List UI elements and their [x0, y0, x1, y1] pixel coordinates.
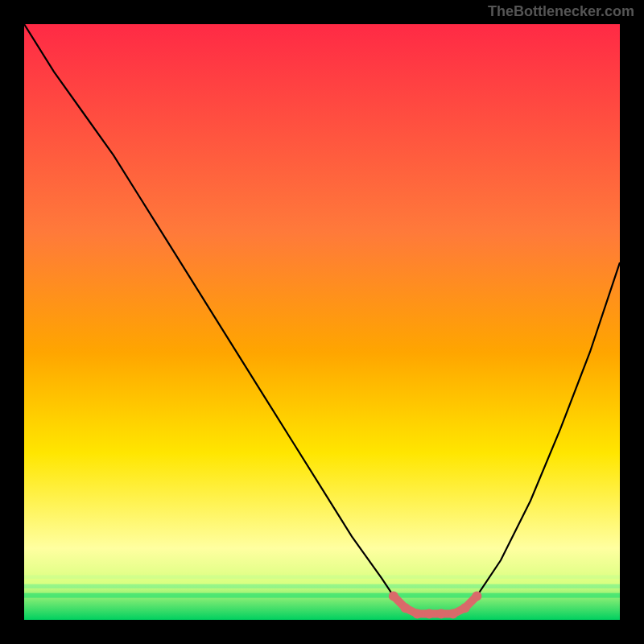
chart-container: TheBottlenecker.com [0, 0, 644, 644]
marker-dot [472, 591, 481, 601]
marker-dot [460, 603, 470, 613]
marker-dot [424, 609, 434, 619]
plot-area [24, 24, 620, 620]
marker-dot [412, 609, 422, 619]
band-stripe [24, 584, 620, 588]
marker-dot [389, 591, 398, 601]
watermark-text: TheBottlenecker.com [488, 3, 634, 20]
marker-dot [401, 603, 411, 613]
marker-dot [436, 609, 446, 619]
chart-svg [24, 24, 620, 620]
band-stripe [24, 576, 620, 579]
marker-dot [448, 609, 458, 619]
gradient-background [24, 24, 620, 620]
band-stripe [24, 593, 620, 598]
